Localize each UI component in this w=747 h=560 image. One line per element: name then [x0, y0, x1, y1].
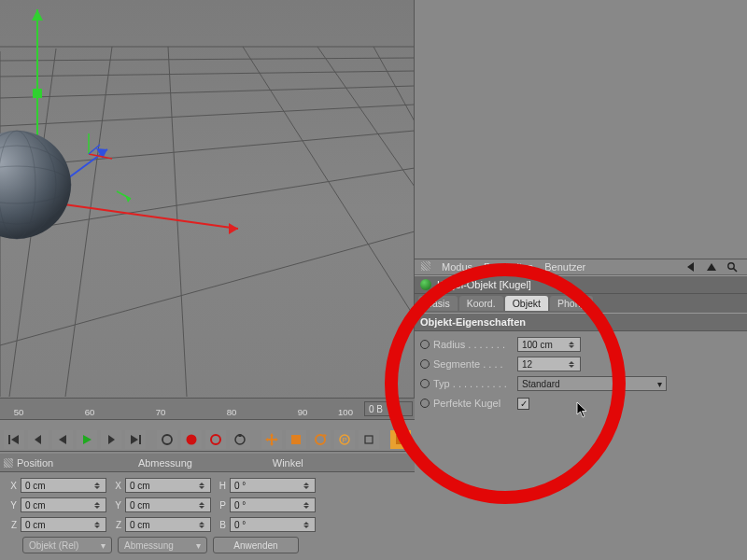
- field-segmente[interactable]: 12: [517, 357, 581, 371]
- tick-label: 60: [85, 407, 95, 417]
- autokey-button[interactable]: [205, 430, 226, 449]
- scale-tool-button[interactable]: [286, 430, 306, 449]
- svg-marker-36: [11, 435, 19, 444]
- tab-phong[interactable]: Phong: [550, 296, 593, 311]
- label-x: X: [6, 481, 17, 491]
- field-angle-b[interactable]: 0 °: [230, 517, 316, 532]
- svg-point-43: [162, 435, 172, 444]
- record-button[interactable]: [181, 430, 202, 449]
- header-winkel: Winkel: [273, 457, 303, 469]
- axis-lock-button[interactable]: [359, 430, 379, 449]
- svg-marker-31: [687, 262, 694, 272]
- anim-dot-icon[interactable]: [420, 399, 430, 408]
- object-properties: Radius . . . . . . . 100 cm Segmente . .…: [415, 331, 747, 417]
- next-frame-button[interactable]: [101, 430, 121, 449]
- svg-rect-53: [365, 436, 373, 443]
- chevron-down-icon: ▾: [657, 379, 662, 389]
- svg-line-3: [0, 86, 415, 98]
- svg-point-44: [187, 434, 197, 444]
- dropdown-typ[interactable]: Standard ▾: [517, 376, 667, 391]
- point-mode-button[interactable]: P: [334, 430, 355, 449]
- play-button[interactable]: [77, 430, 97, 449]
- field-size-z[interactable]: 0 cm: [125, 517, 211, 532]
- attribute-tabs: Basis Koord. Objekt Phong: [415, 294, 747, 313]
- svg-line-7: [0, 231, 415, 345]
- svg-rect-47: [239, 434, 242, 437]
- label-z: Z: [110, 520, 121, 530]
- label-b: B: [215, 520, 226, 530]
- timeline-ruler[interactable]: 50 60 70 80 90 100 0 B: [0, 398, 415, 420]
- dropdown-abmessung[interactable]: Abmessung▾: [118, 537, 207, 553]
- viewport-3d[interactable]: [0, 0, 415, 420]
- field-size-y[interactable]: 0 cm: [125, 497, 211, 512]
- grip-icon[interactable]: [421, 261, 430, 271]
- label-radius: Radius . . . . . . .: [433, 339, 517, 350]
- svg-marker-37: [35, 435, 41, 444]
- svg-marker-40: [108, 435, 115, 444]
- menu-benutzer[interactable]: Benutzer: [544, 261, 585, 273]
- anim-dot-icon[interactable]: [420, 340, 430, 349]
- anim-dot-icon[interactable]: [420, 359, 430, 369]
- anwenden-button[interactable]: Anwenden: [213, 537, 299, 553]
- label-y: Y: [6, 500, 17, 511]
- svg-line-4: [0, 105, 415, 126]
- tick-label: 100: [338, 407, 353, 417]
- keyframe-selection-button[interactable]: [230, 430, 250, 449]
- label-z: Z: [6, 520, 17, 530]
- tab-koord[interactable]: Koord.: [459, 296, 503, 311]
- field-pos-y[interactable]: 0 cm: [21, 497, 106, 512]
- play-backward-button[interactable]: [52, 430, 73, 449]
- tick-label: 90: [298, 407, 308, 417]
- search-icon[interactable]: [726, 261, 738, 273]
- menu-bearbeiten[interactable]: Bearbeiten: [484, 261, 533, 273]
- svg-line-2: [0, 71, 415, 77]
- prev-frame-button[interactable]: [28, 430, 49, 449]
- svg-point-45: [211, 435, 220, 444]
- field-radius[interactable]: 100 cm: [517, 337, 581, 352]
- label-segmente: Segmente . . . .: [433, 358, 517, 370]
- field-angle-p[interactable]: 0 °: [230, 497, 316, 512]
- svg-point-49: [316, 435, 325, 444]
- svg-line-15: [37, 201, 238, 229]
- dropdown-objekt-rel[interactable]: Objekt (Rel)▾: [22, 537, 112, 553]
- header-abmessung: Abmessung: [138, 457, 192, 469]
- field-pos-z[interactable]: 0 cm: [21, 517, 106, 532]
- set-key-mode-button[interactable]: [157, 430, 177, 449]
- label-perfekte-kugel: Perfekte Kugel: [433, 398, 517, 409]
- tab-objekt[interactable]: Objekt: [505, 296, 548, 311]
- svg-rect-19: [33, 89, 42, 98]
- nav-prev-icon[interactable]: [685, 261, 697, 273]
- label-h: H: [215, 481, 226, 491]
- svg-line-1: [0, 58, 415, 61]
- label-x: X: [110, 481, 121, 491]
- checkbox-perfekte-kugel[interactable]: ✓: [517, 398, 529, 410]
- field-angle-h[interactable]: 0 °: [230, 478, 316, 493]
- make-editable-button[interactable]: [390, 430, 411, 449]
- svg-rect-54: [396, 435, 405, 444]
- coordinates-manager: Position Abmessung Winkel X 0 cm X 0 cm …: [0, 454, 415, 560]
- playback-toolbar: P: [0, 427, 415, 452]
- rotate-tool-button[interactable]: [310, 430, 331, 449]
- section-objekt-eigenschaften: Objekt-Eigenschaften: [415, 313, 747, 331]
- tick-label: 50: [14, 407, 24, 417]
- svg-marker-18: [32, 9, 43, 21]
- nav-up-icon[interactable]: [706, 261, 717, 273]
- tick-label: 70: [156, 407, 166, 417]
- object-manager-panel[interactable]: [415, 0, 747, 259]
- attribute-header: Modus Bearbeiten Benutzer: [415, 259, 747, 275]
- field-current-frame[interactable]: 0 B: [364, 401, 413, 416]
- svg-marker-32: [707, 263, 716, 271]
- menu-modus[interactable]: Modus: [442, 261, 472, 273]
- label-p: P: [215, 500, 226, 511]
- goto-end-button[interactable]: [125, 430, 146, 449]
- svg-rect-42: [139, 435, 141, 444]
- goto-start-button[interactable]: [4, 430, 24, 449]
- svg-line-34: [734, 269, 738, 273]
- move-tool-button[interactable]: [261, 430, 282, 449]
- field-size-x[interactable]: 0 cm: [125, 478, 211, 493]
- field-pos-x[interactable]: 0 cm: [21, 478, 106, 493]
- grip-icon[interactable]: [4, 458, 13, 468]
- anim-dot-icon[interactable]: [420, 379, 430, 388]
- tab-basis[interactable]: Basis: [418, 296, 458, 311]
- attribute-title: Kugel-Objekt [Kugel]: [437, 279, 531, 290]
